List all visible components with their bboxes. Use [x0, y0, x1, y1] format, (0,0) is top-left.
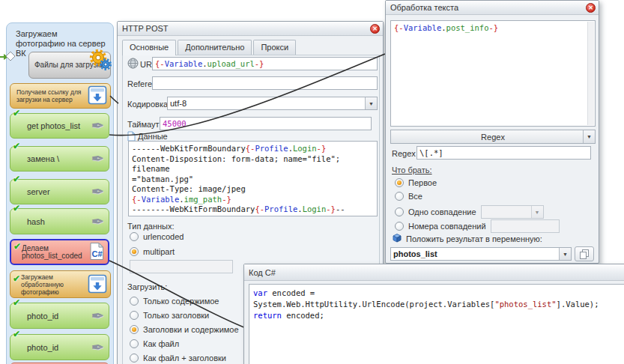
data-label: Данные	[138, 132, 168, 141]
action-block-label: get photos_list	[27, 122, 91, 130]
pen-icon: ✒	[91, 307, 104, 325]
action-block-photo-id-2[interactable]: ✔ photo_id ✒	[10, 334, 109, 360]
radio-row-content-only[interactable]: Только содержимое	[130, 297, 219, 306]
mode-value: Regex	[481, 133, 505, 142]
cube-icon	[392, 233, 402, 244]
chevron-down-icon[interactable]: ▼	[559, 248, 571, 260]
radio-as-file[interactable]	[130, 339, 139, 348]
action-block-get-photos-list[interactable]: ✔ get photos_list ✒	[10, 113, 109, 139]
radio-all[interactable]	[395, 192, 404, 201]
radio-label: Заголовки и содержимое	[143, 325, 239, 334]
radio-one-match[interactable]	[395, 207, 404, 216]
timeout-input[interactable]: 45000	[160, 117, 372, 130]
encoding-combobox[interactable]: utf-8 ▼	[167, 97, 378, 110]
custom-type-input[interactable]	[130, 260, 233, 273]
pen-icon: ✒	[91, 117, 104, 135]
text-processing-window[interactable]: Обработка текста ✕ {-Variable.post_info-…	[385, 0, 599, 264]
copy-icon	[579, 249, 590, 259]
close-icon[interactable]: ✕	[370, 24, 380, 34]
radio-row-all[interactable]: Все	[395, 192, 422, 201]
radio-row-as-file-with-headers[interactable]: Как файл + заголовки	[130, 354, 226, 363]
timeout-value: 45000	[163, 119, 187, 128]
action-group-panel[interactable]: Загружаем фотографию на сервер ВК Файлы …	[6, 22, 114, 364]
radio-label: Как файл + заголовки	[143, 354, 226, 363]
referer-input[interactable]	[152, 76, 378, 90]
chevron-down-icon[interactable]: ▼	[583, 130, 595, 143]
action-block-label: server	[27, 188, 91, 195]
regex-label: Regex	[392, 149, 416, 158]
one-match-combobox: ▼	[481, 205, 544, 219]
radio-row-urlencoded[interactable]: urlencoded	[130, 232, 184, 241]
radio-as-file-with-headers[interactable]	[130, 354, 139, 363]
csharp-titlebar[interactable]: Код C#	[244, 264, 624, 281]
radio-content-only[interactable]	[130, 297, 139, 306]
result-variable-row: Положить результат в переменную:	[392, 233, 542, 244]
result-variable-combobox[interactable]: photos_list ▼	[390, 247, 572, 261]
tab-proxy[interactable]: Прокси	[253, 40, 296, 55]
window-title: Код C#	[249, 268, 276, 277]
radio-label: Первое	[408, 178, 437, 187]
regex-input[interactable]: \[.*]	[416, 146, 591, 160]
pen-icon: ✒	[91, 150, 104, 168]
data-type-label: Тип данных:	[127, 222, 175, 231]
data-textarea[interactable]: ------WebKitFormBoundary{-Profile.Login-…	[128, 141, 378, 216]
radio-match-numbers[interactable]	[395, 222, 404, 231]
action-block-get-upload-link[interactable]: Получаем ссылку для загрузки на сервер	[10, 83, 111, 109]
source-text: {-Variable.post_info-}	[394, 23, 592, 33]
csharp-code-window[interactable]: Код C# var encoded = System.Web.HttpUtil…	[243, 264, 624, 364]
radio-label: Только заголовки	[143, 311, 209, 320]
radio-multipart[interactable]	[130, 247, 139, 256]
check-icon: ✔	[13, 203, 20, 213]
action-block-server[interactable]: ✔ server ✒	[10, 179, 109, 204]
result-label: Положить результат в переменную:	[406, 234, 542, 243]
radio-label: Все	[408, 192, 422, 201]
take-label: Что брать:	[392, 166, 432, 175]
radio-row-one-match[interactable]: Одно совпадение ▼	[395, 205, 544, 219]
load-label: Загрузить:	[127, 282, 167, 291]
tab-advanced[interactable]: Дополнительно	[178, 40, 252, 55]
action-block-hash[interactable]: ✔ hash ✒	[10, 208, 109, 234]
csharp-code: var encoded = System.Web.HttpUtility.Url…	[253, 288, 624, 321]
tab-main[interactable]: Основные	[122, 40, 176, 55]
copy-button[interactable]	[575, 246, 594, 261]
radio-row-headers-and-content[interactable]: Заголовки и содержимое	[130, 325, 239, 334]
radio-row-as-file[interactable]: Как файл	[130, 339, 179, 348]
check-icon: ✔	[13, 108, 20, 118]
radio-headers-only[interactable]	[130, 311, 139, 320]
source-text-area[interactable]: {-Variable.post_info-}	[390, 20, 596, 127]
radio-first[interactable]	[395, 178, 404, 187]
csharp-code-editor[interactable]: var encoded = System.Web.HttpUtility.Url…	[249, 284, 624, 364]
check-icon: ✔	[13, 241, 21, 252]
action-block-photos-list-coded[interactable]: ✔ Делаем photos_list_coded C#	[10, 239, 109, 265]
chevron-down-icon[interactable]: ▼	[365, 97, 377, 109]
action-block-upload-processed-photo[interactable]: ✔ Загружаем обработанную фотографию	[10, 270, 111, 298]
radio-label: multipart	[143, 247, 175, 256]
http-post-titlebar[interactable]: HTTP POST ✕	[118, 22, 383, 36]
action-block-files-upload[interactable]: Файлы для загрузки	[28, 52, 111, 79]
close-icon[interactable]: ✕	[586, 3, 596, 13]
result-variable-value: photos_list	[393, 249, 437, 258]
radio-row-custom-type[interactable]	[130, 262, 139, 271]
mode-combobox[interactable]: Regex ▼	[390, 130, 596, 144]
check-icon: ✔	[13, 141, 20, 151]
radio-row-first[interactable]: Первое	[395, 178, 437, 187]
action-block-replace[interactable]: ✔ замена \ ✒	[10, 146, 109, 172]
download-icon	[88, 274, 107, 295]
url-input[interactable]: {-Variable.upload_url-}	[152, 57, 378, 70]
window-title: HTTP POST	[122, 24, 169, 33]
action-block-label: замена \	[27, 155, 91, 163]
encoding-value: utf-8	[170, 99, 187, 108]
gears-icon	[88, 49, 112, 73]
radio-urlencoded[interactable]	[130, 232, 139, 241]
radio-headers-and-content[interactable]	[130, 325, 139, 334]
radio-label: urlencoded	[143, 232, 184, 241]
action-block-photo-id-1[interactable]: ✔ photo_id ✒	[10, 303, 109, 329]
pen-icon: ✒	[91, 339, 104, 357]
check-icon: ✔	[13, 273, 20, 284]
scrollbar[interactable]	[587, 22, 594, 125]
text-processing-titlebar[interactable]: Обработка текста ✕	[386, 1, 599, 15]
referer-label: Referer	[127, 79, 155, 88]
radio-row-match-numbers[interactable]: Номера совпадений	[395, 219, 560, 233]
radio-row-multipart[interactable]: multipart	[130, 247, 175, 256]
radio-row-headers-only[interactable]: Только заголовки	[130, 311, 209, 320]
